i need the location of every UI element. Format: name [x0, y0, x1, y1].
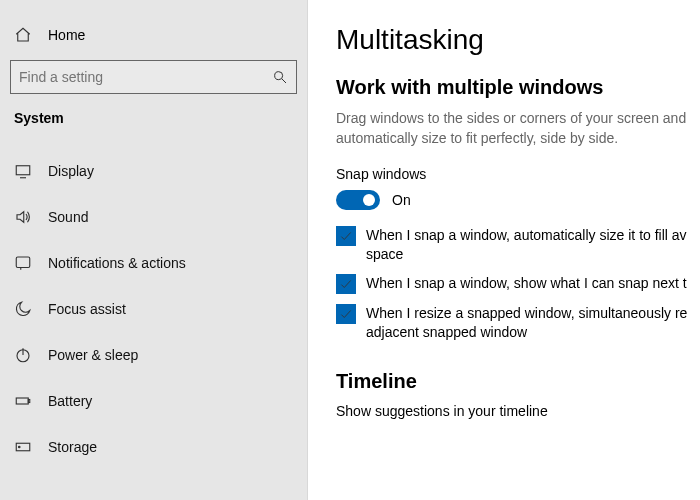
checkbox-label: When I resize a snapped window, simultan… — [366, 304, 687, 342]
notifications-icon — [14, 254, 32, 272]
sidebar-home[interactable]: Home — [0, 16, 307, 54]
svg-rect-2 — [16, 166, 30, 175]
svg-rect-4 — [16, 257, 30, 268]
sidebar-item-label: Focus assist — [48, 301, 126, 317]
battery-icon — [14, 392, 32, 410]
sidebar-item-label: Storage — [48, 439, 97, 455]
toggle-knob — [363, 194, 375, 206]
checkbox-auto-size[interactable] — [336, 226, 356, 246]
home-label: Home — [48, 27, 85, 43]
snap-windows-toggle[interactable] — [336, 190, 380, 210]
toggle-state-label: On — [392, 192, 411, 208]
timeline-subtext: Show suggestions in your timeline — [336, 403, 700, 419]
category-heading: System — [0, 110, 307, 130]
sidebar-item-storage[interactable]: Storage — [0, 424, 307, 470]
sidebar-item-label: Sound — [48, 209, 88, 225]
search-icon — [272, 69, 288, 85]
main-content: Multitasking Work with multiple windows … — [308, 0, 700, 500]
display-icon — [14, 162, 32, 180]
check-row: When I resize a snapped window, simultan… — [336, 304, 700, 342]
nav-list: Display Sound Notifications & actions Fo… — [0, 148, 307, 470]
snap-windows-toggle-row: On — [336, 190, 700, 210]
sidebar-item-power-sleep[interactable]: Power & sleep — [0, 332, 307, 378]
page-title: Multitasking — [336, 24, 700, 56]
checkbox-resize-adjacent[interactable] — [336, 304, 356, 324]
checkbox-label: When I snap a window, automatically size… — [366, 226, 687, 264]
storage-icon — [14, 438, 32, 456]
section-heading: Work with multiple windows — [336, 76, 700, 99]
sidebar-item-notifications[interactable]: Notifications & actions — [0, 240, 307, 286]
sound-icon — [14, 208, 32, 226]
sidebar-item-focus-assist[interactable]: Focus assist — [0, 286, 307, 332]
sidebar-item-battery[interactable]: Battery — [0, 378, 307, 424]
svg-point-11 — [19, 446, 21, 448]
timeline-heading: Timeline — [336, 370, 700, 393]
svg-rect-9 — [28, 400, 30, 403]
home-icon — [14, 26, 32, 44]
svg-point-0 — [275, 72, 283, 80]
search-input-container[interactable] — [10, 60, 297, 94]
sidebar-item-label: Display — [48, 163, 94, 179]
settings-sidebar: Home System Display Sound Notifications … — [0, 0, 308, 500]
checkbox-label: When I snap a window, show what I can sn… — [366, 274, 687, 293]
svg-line-1 — [282, 79, 286, 83]
sidebar-item-label: Power & sleep — [48, 347, 138, 363]
timeline-section: Timeline Show suggestions in your timeli… — [336, 370, 700, 419]
sidebar-item-label: Battery — [48, 393, 92, 409]
snap-windows-label: Snap windows — [336, 166, 700, 182]
section-description: Drag windows to the sides or corners of … — [336, 109, 700, 148]
checkbox-show-next[interactable] — [336, 274, 356, 294]
check-row: When I snap a window, show what I can sn… — [336, 274, 700, 294]
focus-assist-icon — [14, 300, 32, 318]
sidebar-item-display[interactable]: Display — [0, 148, 307, 194]
sidebar-item-sound[interactable]: Sound — [0, 194, 307, 240]
sidebar-item-label: Notifications & actions — [48, 255, 186, 271]
check-row: When I snap a window, automatically size… — [336, 226, 700, 264]
svg-rect-8 — [16, 398, 28, 404]
power-icon — [14, 346, 32, 364]
search-input[interactable] — [19, 69, 272, 85]
